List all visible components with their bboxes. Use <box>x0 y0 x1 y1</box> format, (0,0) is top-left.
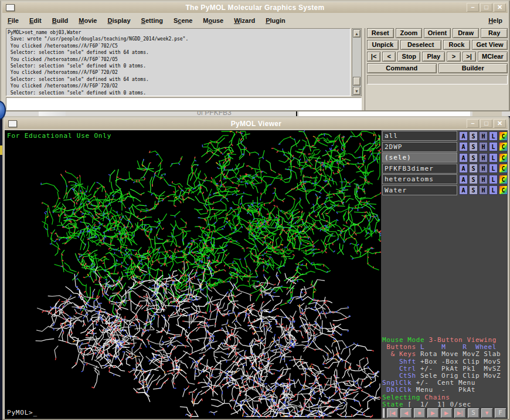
playback-scrollbar[interactable] <box>382 408 385 418</box>
movie-stop-button[interactable]: ■ <box>413 408 426 418</box>
object-heteroatoms-s-button[interactable]: S <box>469 175 478 184</box>
builder-tab-button[interactable]: Builder <box>438 63 508 73</box>
movie-forward-button[interactable]: > <box>447 52 460 62</box>
menu-mouse[interactable]: Mouse <box>198 15 229 27</box>
movie-stop-button[interactable]: Stop <box>397 52 420 62</box>
viewport-3d[interactable]: For Educational Use Only PyMOL>_ <box>5 130 381 419</box>
maximize-button[interactable]: □ <box>480 3 492 12</box>
object-action-buttons: ASHLC <box>459 185 508 195</box>
close-button[interactable]: ✕ <box>494 3 506 12</box>
object-pfkfb3dimer-l-button[interactable]: L <box>489 164 498 173</box>
menu-plugin[interactable]: Plugin <box>260 15 291 27</box>
menu-setting[interactable]: Setting <box>136 15 168 27</box>
minimize-button[interactable]: – <box>467 119 479 128</box>
scene-button[interactable]: S <box>467 408 480 418</box>
object-label[interactable]: all <box>382 131 457 141</box>
object-label[interactable]: (sele) <box>382 153 457 162</box>
deselect-button[interactable]: Deselect <box>400 40 441 50</box>
object-2dwp-h-button[interactable]: H <box>479 142 488 151</box>
object-label[interactable]: 2DWP <box>382 142 457 152</box>
movie-step-back-button[interactable]: ◀ <box>400 408 412 418</box>
window-menu-icon[interactable] <box>8 120 17 127</box>
object-water-h-button[interactable]: H <box>479 185 488 195</box>
viewer-titlebar[interactable]: PyMOL Viewer –□✕ <box>5 118 508 129</box>
object-2dwp-s-button[interactable]: S <box>469 142 478 151</box>
movie-rewind-button[interactable]: |◀ <box>386 408 399 418</box>
object-all-c-button[interactable]: C <box>499 131 508 141</box>
scroll-down-icon[interactable]: ▼ <box>353 87 361 95</box>
object-heteroatoms-h-button[interactable]: H <box>479 175 488 184</box>
get-view-button[interactable]: Get View <box>472 40 508 50</box>
reset-button[interactable]: Reset <box>367 28 394 38</box>
viewer-window: PyMOL Viewer –□✕ For Educational Use Onl… <box>2 116 510 420</box>
maximize-button[interactable]: □ <box>480 119 492 128</box>
menu-display[interactable]: Display <box>102 15 135 27</box>
movie-start-button[interactable]: |< <box>367 52 380 62</box>
window-menu-icon[interactable] <box>6 4 15 11</box>
command-tab-button[interactable]: Command <box>367 63 437 73</box>
minimize-button[interactable]: – <box>467 3 479 12</box>
object-water-a-button[interactable]: A <box>459 185 468 195</box>
object-row-all: allASHLC <box>382 131 508 141</box>
object-label[interactable]: Water <box>382 185 457 195</box>
pymol-prompt[interactable]: PyMOL>_ <box>7 409 38 416</box>
close-button[interactable]: ✕ <box>494 119 506 128</box>
movie-play-button[interactable]: Play <box>422 52 445 62</box>
scroll-up-icon[interactable]: ▲ <box>353 29 361 38</box>
menu-help[interactable]: Help <box>483 15 508 27</box>
menu-build[interactable]: Build <box>47 15 74 27</box>
window-controls: –□✕ <box>467 3 506 12</box>
main-titlebar[interactable]: The PyMOL Molecular Graphics System –□✕ <box>2 2 508 13</box>
ray-button[interactable]: Ray <box>481 28 508 38</box>
object-all-l-button[interactable]: L <box>489 131 498 141</box>
console-scrollbar[interactable]: ▲ ▼ <box>352 28 362 96</box>
object-pfkfb3dimer-c-button[interactable]: C <box>499 164 508 173</box>
object-pfkfb3dimer-h-button[interactable]: H <box>479 164 488 173</box>
movie-step-forward-button[interactable]: ▶ <box>440 408 453 418</box>
console-output[interactable]: PyMOL>set_name obj03,Water Save: wrote "… <box>6 28 351 96</box>
state-menu-button[interactable]: ▼ <box>481 408 493 418</box>
object-2dwp-l-button[interactable]: L <box>489 142 498 151</box>
command-input[interactable] <box>6 97 362 110</box>
object-all-a-button[interactable]: A <box>459 131 468 141</box>
object-water-l-button[interactable]: L <box>489 185 498 195</box>
object-pfkfb3dimer-s-button[interactable]: S <box>469 164 478 173</box>
zoom-button[interactable]: Zoom <box>396 28 423 38</box>
control-row: UnpickDeselectRockGet View <box>367 40 508 50</box>
movie-back-button[interactable]: < <box>382 52 396 62</box>
object-water-c-button[interactable]: C <box>499 185 508 195</box>
rock-button[interactable]: Rock <box>443 40 470 50</box>
object-pfkfb3dimer-a-button[interactable]: A <box>459 164 468 173</box>
object-sele-l-button[interactable]: L <box>489 153 498 162</box>
object-heteroatoms-c-button[interactable]: C <box>499 175 508 184</box>
mclear-button[interactable]: MClear <box>478 52 508 62</box>
console-line: Save: wrote "/usr/people/douglas/teachin… <box>8 36 349 42</box>
menu-edit[interactable]: Edit <box>24 15 47 27</box>
menu-file[interactable]: File <box>2 15 24 27</box>
orient-button[interactable]: Orient <box>424 28 451 38</box>
object-2dwp-a-button[interactable]: A <box>459 142 468 151</box>
movie-end-button[interactable]: >| <box>463 52 476 62</box>
frame-button[interactable]: F <box>494 408 506 418</box>
object-label[interactable]: heteroatoms <box>382 174 457 184</box>
movie-play-button[interactable]: ▶ <box>427 408 439 418</box>
menu-scene[interactable]: Scene <box>168 15 198 27</box>
menu-wizard[interactable]: Wizard <box>229 15 260 27</box>
object-sele-h-button[interactable]: H <box>479 153 488 162</box>
object-heteroatoms-a-button[interactable]: A <box>459 175 468 184</box>
movie-end-button[interactable]: ▶| <box>454 408 466 418</box>
object-all-s-button[interactable]: S <box>469 131 478 141</box>
draw-button[interactable]: Draw <box>453 28 480 38</box>
console-line: You clicked /heteroatoms//A/F6P`702/C5 <box>8 43 349 49</box>
object-2dwp-c-button[interactable]: C <box>499 142 508 151</box>
unpick-button[interactable]: Unpick <box>367 40 399 50</box>
object-label[interactable]: PFKFB3dimer <box>382 164 457 174</box>
scrollbar-thumb[interactable] <box>353 77 361 86</box>
object-sele-c-button[interactable]: C <box>499 153 508 162</box>
object-sele-s-button[interactable]: S <box>469 153 478 162</box>
object-water-s-button[interactable]: S <box>469 185 478 195</box>
object-all-h-button[interactable]: H <box>479 131 488 141</box>
object-sele-a-button[interactable]: A <box>459 153 468 162</box>
menu-movie[interactable]: Movie <box>73 15 102 27</box>
object-heteroatoms-l-button[interactable]: L <box>489 175 498 184</box>
